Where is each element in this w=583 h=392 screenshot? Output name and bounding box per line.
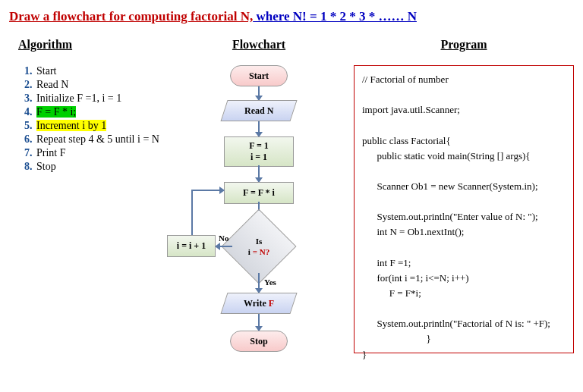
flow-init: F = 1 i = 1 (224, 136, 294, 167)
arrow (258, 165, 260, 182)
program-column: Program // Factorial of number import ja… (354, 38, 574, 392)
flowchart-stage: Start Read N F = 1 i = 1 F = F * i Is i … (164, 65, 354, 392)
loop-line-h (191, 190, 224, 191)
arrow (258, 121, 260, 136)
program-code: // Factorial of number import java.util.… (354, 65, 574, 353)
algo-step-8: Stop (35, 161, 164, 173)
flowchart-heading: Flowchart (164, 38, 354, 52)
page-title: Draw a flowchart for computing factorial… (9, 9, 574, 24)
label-yes: Yes (264, 278, 276, 287)
algorithm-column: Algorithm Start Read N Initialize F =1, … (9, 38, 164, 392)
arrow (258, 314, 260, 331)
flow-read: Read N (220, 100, 297, 121)
loop-line-v (191, 190, 193, 235)
flow-start: Start (230, 65, 288, 86)
algo-step-3: Initialize F =1, i = 1 (35, 93, 164, 105)
algorithm-heading: Algorithm (9, 38, 164, 52)
flow-increment: i = i + 1 (167, 235, 216, 257)
algo-step-4: F = F * i; (35, 106, 164, 118)
algo-step-1: Start (35, 65, 164, 77)
flow-decision: Is i = N? (232, 220, 285, 273)
algo-step-5: Increment i by 1 (35, 120, 164, 132)
flow-write: Write F (220, 293, 297, 314)
flow-stop: Stop (230, 331, 288, 352)
algorithm-list: Start Read N Initialize F =1, i = 1 F = … (9, 65, 164, 173)
label-no: No (219, 234, 228, 243)
title-part-2: where N! = 1 * 2 * 3 * …… N (253, 9, 417, 24)
algo-step-6: Repeat step 4 & 5 until i = N (35, 133, 164, 146)
arrow-no (216, 246, 232, 247)
algo-step-2: Read N (35, 79, 164, 91)
algo-step-7: Print F (35, 147, 164, 159)
program-heading: Program (354, 38, 574, 52)
flowchart-column: Flowchart Start Read N F = 1 i = 1 F = F… (164, 38, 354, 392)
main-columns: Algorithm Start Read N Initialize F =1, … (9, 38, 574, 392)
title-part-1: Draw a flowchart for computing factorial… (9, 9, 253, 24)
arrow (258, 86, 260, 100)
arrow-yes (258, 273, 260, 293)
flow-multiply: F = F * i (224, 182, 294, 204)
